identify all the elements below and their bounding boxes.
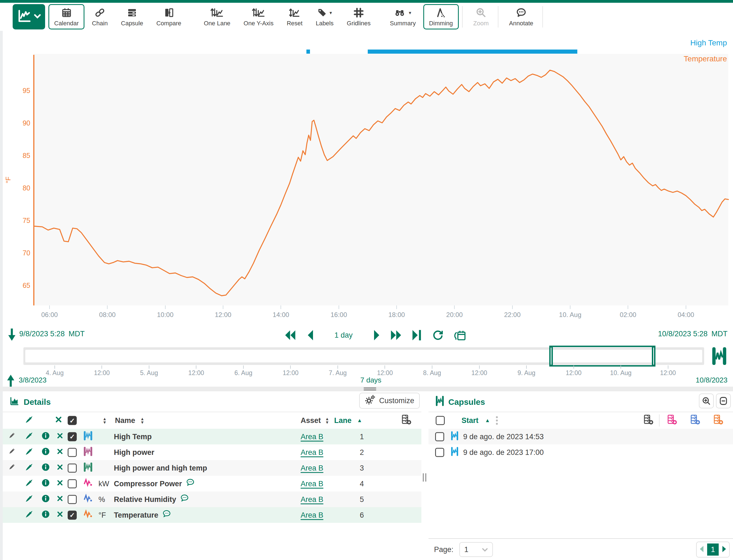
- add-condition-column-blue-icon[interactable]: [690, 414, 701, 427]
- collapse-capsules-button[interactable]: [716, 394, 731, 408]
- item-name[interactable]: Relative Humidity: [114, 494, 190, 505]
- capsule-row[interactable]: 9 de ago. de 2023 17:00: [428, 444, 733, 460]
- info-icon[interactable]: [41, 447, 50, 458]
- rocket-column-icon[interactable]: [25, 415, 34, 426]
- select-all-checkbox[interactable]: ✓: [68, 416, 77, 425]
- column-menu-icon[interactable]: [496, 416, 498, 425]
- toolbar-button-dimming[interactable]: Dimming: [423, 4, 459, 29]
- toolbar-button-summary[interactable]: ▼ Summary: [384, 4, 422, 29]
- page-select[interactable]: 1: [459, 542, 493, 557]
- toolbar-button-capsule[interactable]: Capsule: [115, 4, 149, 29]
- asset-link[interactable]: Area B: [301, 511, 324, 519]
- remove-icon[interactable]: [57, 432, 63, 441]
- asset-link[interactable]: Area B: [301, 464, 324, 472]
- rocket-icon[interactable]: [25, 478, 34, 489]
- edit-pencil-icon[interactable]: [7, 463, 16, 473]
- toolbar-button-one-lane[interactable]: One Lane: [198, 4, 236, 29]
- customize-button[interactable]: Customize: [359, 393, 420, 409]
- edit-pencil-icon[interactable]: [7, 431, 16, 442]
- rocket-icon[interactable]: [25, 431, 34, 442]
- item-name[interactable]: Compressor Power: [114, 478, 195, 489]
- sort-name-control[interactable]: ▲▼: [140, 417, 144, 424]
- start-column-header[interactable]: Start: [461, 416, 478, 425]
- panel-vertical-resize-handle[interactable]: [423, 473, 428, 482]
- row-checkbox[interactable]: ✓: [68, 432, 77, 441]
- details-row-compressor-power[interactable]: kW Compressor Power Area B 4: [3, 476, 421, 491]
- temperature-y-axis-line[interactable]: [33, 55, 34, 305]
- capsule-checkbox[interactable]: [435, 432, 444, 441]
- info-icon[interactable]: [41, 431, 50, 442]
- select-all-capsules-checkbox[interactable]: [436, 416, 445, 425]
- sort-lane-ascending-icon[interactable]: ▲: [357, 417, 362, 424]
- auto-update-calendar-icon[interactable]: [452, 327, 467, 343]
- toolbar-button-chain[interactable]: Chain: [86, 4, 113, 29]
- info-icon[interactable]: [41, 494, 50, 505]
- remove-icon[interactable]: [57, 479, 63, 488]
- zoom-to-capsule-button[interactable]: [699, 394, 714, 408]
- details-row-temperature[interactable]: ✓ °F Temperature Area B 6: [3, 507, 421, 523]
- toolbar-button-annotate[interactable]: Annotate: [503, 4, 539, 29]
- toolbar-button-compare[interactable]: Compare: [151, 4, 187, 29]
- edit-pencil-icon[interactable]: [7, 447, 16, 458]
- asset-link[interactable]: Area B: [301, 432, 324, 441]
- toolbar-button-one-y-axis[interactable]: One Y-Axis: [238, 4, 280, 29]
- rocket-icon[interactable]: [25, 510, 34, 520]
- item-name[interactable]: High Temp: [114, 432, 152, 441]
- display-range-end[interactable]: 10/8/2023 5:28MDT: [658, 330, 727, 338]
- details-row-high-power[interactable]: High power Area B 2: [3, 444, 421, 460]
- step-back-half-button[interactable]: [305, 328, 315, 342]
- asset-link[interactable]: Area B: [301, 448, 324, 457]
- annotation-bubble-icon[interactable]: [180, 494, 190, 505]
- info-icon[interactable]: [41, 463, 50, 473]
- row-checkbox[interactable]: [68, 448, 77, 457]
- row-checkbox[interactable]: ✓: [68, 510, 77, 520]
- asset-link[interactable]: Area B: [301, 495, 324, 504]
- panel-resize-handle[interactable]: [364, 387, 376, 390]
- remove-icon[interactable]: [57, 511, 63, 519]
- row-checkbox[interactable]: [68, 495, 77, 504]
- remove-column-icon[interactable]: [55, 416, 62, 425]
- investigate-start-date[interactable]: 3/8/2023: [19, 376, 47, 384]
- toolbar-button-zoom[interactable]: Zoom: [467, 4, 494, 29]
- pager-prev-icon[interactable]: [699, 545, 704, 554]
- sort-type-control[interactable]: ▲▼: [103, 417, 107, 424]
- selector-left-handle[interactable]: [549, 346, 553, 367]
- refresh-icon[interactable]: [431, 328, 445, 342]
- details-row-relative-humidity[interactable]: % Relative Humidity Area B 5: [3, 491, 421, 507]
- display-range-start[interactable]: 9/8/2023 5:28MDT: [19, 330, 85, 338]
- sort-start-ascending-icon[interactable]: ▲: [485, 417, 490, 424]
- name-column-header[interactable]: Name: [115, 416, 135, 425]
- range-start-arrow-icon[interactable]: [7, 328, 17, 342]
- add-condition-column-orange-icon[interactable]: [713, 414, 724, 427]
- remove-icon[interactable]: [57, 448, 63, 457]
- capsule-checkbox[interactable]: [435, 448, 444, 457]
- investigate-duration[interactable]: 7 days: [360, 376, 381, 384]
- row-checkbox[interactable]: [68, 479, 77, 488]
- toolbar-button-calendar[interactable]: Calendar: [48, 4, 84, 29]
- step-to-now-button[interactable]: [411, 328, 423, 342]
- add-condition-column-pink-icon[interactable]: [667, 414, 678, 427]
- remove-icon[interactable]: [57, 495, 63, 504]
- pager-current-page[interactable]: 1: [707, 543, 719, 556]
- sort-asset-control[interactable]: ▲▼: [325, 417, 329, 424]
- remove-icon[interactable]: [57, 464, 63, 472]
- toolbar-button-gridlines[interactable]: Gridlines: [341, 4, 376, 29]
- item-name[interactable]: Temperature: [114, 510, 172, 520]
- step-forward-full-button[interactable]: [389, 328, 404, 342]
- step-forward-half-button[interactable]: [372, 328, 382, 342]
- toolbar-button-reset[interactable]: Reset: [281, 4, 308, 29]
- trend-view-selector-button[interactable]: [13, 4, 45, 29]
- capsule-row[interactable]: 9 de ago. de 2023 14:53: [428, 429, 733, 444]
- timeline-capsule-icon[interactable]: [711, 347, 727, 366]
- add-column-icon[interactable]: [401, 414, 412, 427]
- details-row-high-power-and-high-temp[interactable]: High power and high temp Area B 3: [3, 460, 421, 476]
- annotation-bubble-icon[interactable]: [185, 478, 195, 489]
- legend-high-temp[interactable]: High Temp: [690, 39, 727, 47]
- legend-temperature[interactable]: Temperature: [684, 54, 727, 63]
- info-icon[interactable]: [41, 478, 50, 489]
- asset-link[interactable]: Area B: [301, 479, 324, 488]
- investigate-end-date[interactable]: 10/8/2023: [696, 376, 727, 384]
- annotation-bubble-icon[interactable]: [162, 510, 172, 520]
- toolbar-button-labels[interactable]: ▼ Labels: [310, 4, 340, 29]
- lane-column-header[interactable]: Lane: [334, 416, 352, 425]
